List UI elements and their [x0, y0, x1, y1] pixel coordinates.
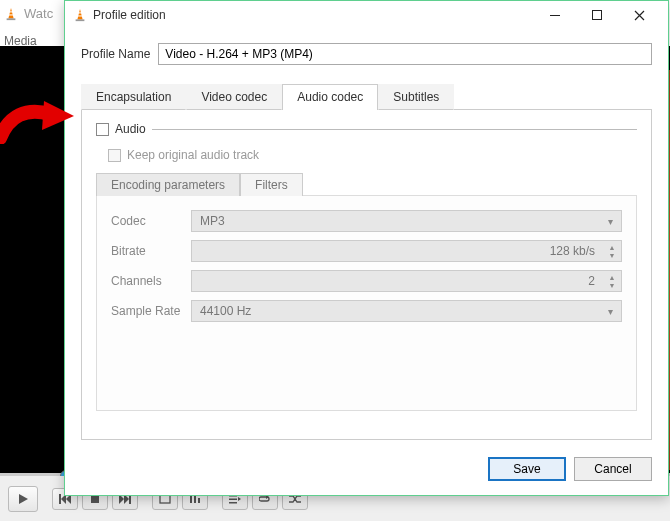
cancel-button[interactable]: Cancel	[574, 457, 652, 481]
codec-label: Codec	[111, 214, 191, 228]
svg-rect-26	[593, 11, 602, 20]
audio-checkbox[interactable]	[96, 123, 109, 136]
svg-rect-1	[7, 18, 16, 20]
group-divider	[152, 129, 637, 130]
minimize-button[interactable]	[534, 2, 576, 28]
svg-rect-22	[76, 19, 85, 21]
vlc-cone-icon	[4, 7, 18, 21]
keep-original-label: Keep original audio track	[127, 148, 259, 162]
svg-rect-15	[198, 498, 200, 503]
spinner-buttons[interactable]: ▲▼	[605, 273, 619, 289]
play-button[interactable]	[8, 486, 38, 512]
profile-name-input[interactable]	[158, 43, 652, 65]
play-icon	[17, 493, 29, 505]
chevron-down-icon: ▾	[603, 214, 617, 228]
vlc-cone-icon	[73, 8, 87, 22]
svg-marker-19	[238, 497, 241, 501]
svg-rect-23	[78, 12, 82, 13]
close-button[interactable]	[618, 2, 660, 28]
tab-subtitles[interactable]: Subtitles	[378, 84, 454, 110]
bitrate-label: Bitrate	[111, 244, 191, 258]
encoding-parameters-panel: Codec MP3 ▾ Bitrate 128 kb/s ▲▼ Channels	[96, 195, 637, 411]
codec-value: MP3	[200, 214, 225, 228]
audio-checkbox-label: Audio	[115, 122, 146, 136]
samplerate-value: 44100 Hz	[200, 304, 251, 318]
codec-tabs: Encapsulation Video codec Audio codec Su…	[81, 83, 652, 110]
channels-spinner[interactable]: 2 ▲▼	[191, 270, 622, 292]
close-icon	[634, 10, 645, 21]
tab-encapsulation[interactable]: Encapsulation	[81, 84, 186, 110]
svg-rect-18	[229, 502, 237, 504]
samplerate-select[interactable]: 44100 Hz ▾	[191, 300, 622, 322]
encoding-inner-tabs: Encoding parameters Filters	[96, 172, 637, 195]
maximize-button[interactable]	[576, 2, 618, 28]
tab-filters[interactable]: Filters	[240, 173, 303, 196]
save-button[interactable]: Save	[488, 457, 566, 481]
samplerate-label: Sample Rate	[111, 304, 191, 318]
svg-rect-5	[59, 494, 61, 504]
svg-rect-3	[9, 14, 13, 15]
svg-marker-0	[8, 7, 13, 18]
minimize-icon	[550, 10, 560, 20]
dialog-title: Profile edition	[93, 8, 528, 22]
chevron-down-icon: ▾	[603, 304, 617, 318]
svg-rect-25	[550, 15, 560, 16]
audio-codec-panel: Audio Keep original audio track Encoding…	[81, 110, 652, 440]
profile-edition-dialog: Profile edition Profile Name Encapsulati…	[64, 0, 669, 496]
spinner-buttons[interactable]: ▲▼	[605, 243, 619, 259]
channels-label: Channels	[111, 274, 191, 288]
svg-marker-21	[77, 9, 82, 20]
dialog-titlebar: Profile edition	[65, 1, 668, 29]
svg-rect-17	[229, 498, 237, 500]
bitrate-spinner[interactable]: 128 kb/s ▲▼	[191, 240, 622, 262]
keep-original-checkbox[interactable]	[108, 149, 121, 162]
svg-marker-4	[19, 494, 28, 504]
svg-rect-2	[9, 11, 13, 12]
bitrate-value: 128 kb/s	[550, 244, 613, 258]
profile-name-label: Profile Name	[81, 47, 150, 61]
maximize-icon	[592, 10, 602, 20]
tab-encoding-parameters[interactable]: Encoding parameters	[96, 173, 240, 196]
tab-video-codec[interactable]: Video codec	[186, 84, 282, 110]
main-window-title: Watc	[0, 6, 53, 21]
tab-audio-codec[interactable]: Audio codec	[282, 84, 378, 110]
svg-rect-24	[78, 15, 82, 16]
codec-select[interactable]: MP3 ▾	[191, 210, 622, 232]
svg-rect-13	[190, 496, 192, 503]
